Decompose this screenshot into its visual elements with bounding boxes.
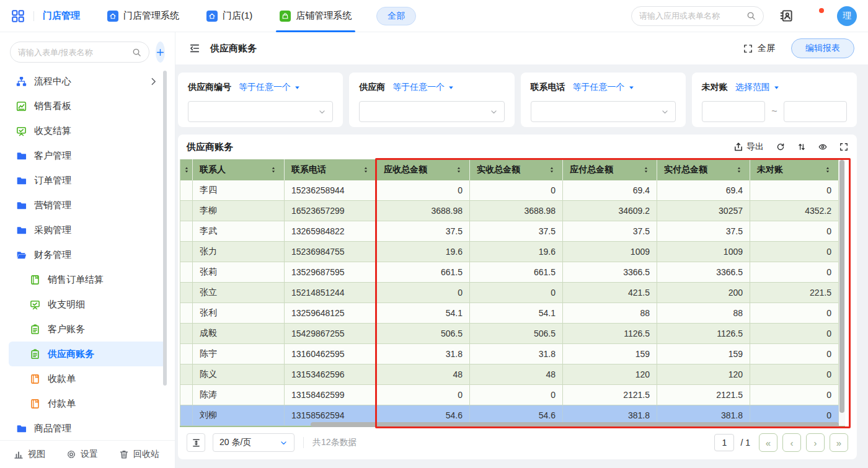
table-cell: 506.5 [470,324,563,344]
filter-operator[interactable]: 等于任意一个 [392,82,454,93]
sidebar-item-label: 收款单 [48,373,76,385]
sidebar-footer-item-1[interactable]: 设置 [66,449,98,460]
table-row-2[interactable]: 李武1326598482237.537.537.537.50 [180,221,845,242]
refresh-icon[interactable] [776,143,785,151]
table-row-10[interactable]: 陈涛13158462599002121.52121.50 [180,385,845,405]
table-cell: 0 [377,385,470,405]
filter-value-select[interactable] [531,101,676,122]
edit-report-button[interactable]: 编辑报表 [791,38,854,58]
filter-value-select[interactable] [188,101,333,122]
table-row-5[interactable]: 张立1521485124400421.5200221.5 [180,283,845,303]
table-row-4[interactable]: 张莉13529687595661.5661.53366.53366.50 [180,262,845,283]
sort-order-icon[interactable] [797,143,806,151]
workspace-label[interactable]: 门店管理 [43,10,80,22]
scrollbar-thumb[interactable] [839,160,844,413]
table-fullscreen-icon[interactable] [839,143,848,151]
sidebar-item-9[interactable]: 收支明细 [9,292,166,317]
table-cell: 1009 [657,242,750,262]
filter-card-0: 供应商编号等于任意一个 [178,73,343,127]
sidebar-item-7[interactable]: 财务管理 [9,242,166,267]
app-tab-3[interactable]: 店铺管理系统 [280,0,352,32]
current-page-input[interactable]: 1 [714,434,734,451]
user-avatar[interactable]: 理 [837,6,857,26]
table-cell: 15236258944 [285,180,377,201]
add-form-button[interactable] [156,42,165,63]
sidebar-item-13[interactable]: 付款单 [9,391,166,416]
sidebar-footer-item-0[interactable]: 视图 [14,449,45,460]
sidebar-item-5[interactable]: 营销管理 [9,193,166,218]
sidebar-item-12[interactable]: 收款单 [9,366,166,391]
table-row-9[interactable]: 陈义1315346259648481201200 [180,364,845,385]
scope-all-pill[interactable]: 全部 [376,7,416,25]
visibility-eye-icon[interactable] [818,143,827,151]
sidebar-footer-item-2[interactable]: 回收站 [119,449,159,460]
form-search[interactable] [10,42,149,63]
filter-card-2: 联系电话等于任意一个 [521,73,686,127]
app-tab-1[interactable]: 门店管理系统 [107,0,179,32]
sidebar-item-8[interactable]: 销售订单结算 [9,267,166,292]
sidebar-item-14[interactable]: 商品管理 [9,416,166,440]
form-search-input[interactable] [18,48,127,57]
range-min-input[interactable] [702,101,765,122]
sidebar-item-label: 收支结算 [34,125,71,137]
table-cell: 54.1 [470,303,563,324]
column-header[interactable]: 实付总金额 [657,159,750,180]
table-row-8[interactable]: 陈宇1316046259531.831.81591590 [180,344,845,364]
filter-operator[interactable]: 选择范围 [735,82,780,93]
table-row-0[interactable]: 李四152362589440069.469.40 [180,180,845,201]
filter-operator[interactable]: 等于任意一个 [573,82,635,93]
table-cell [180,180,193,201]
prev-page-button[interactable]: ‹ [782,433,801,452]
table-cell: 0 [750,180,839,201]
first-page-button[interactable]: « [759,433,777,452]
table-row-1[interactable]: 李柳165236572993688.983688.9834609.2302574… [180,201,845,221]
row-height-button[interactable] [187,433,205,452]
table-row-7[interactable]: 成毅15429867255506.5506.51126.51126.50 [180,324,845,344]
table-cell [180,385,193,405]
sidebar-item-0[interactable]: 流程中心 [9,69,166,94]
collapse-sidebar-icon[interactable] [189,43,200,54]
page-size-select[interactable]: 20 条/页 [213,433,294,452]
caret-down-icon [773,84,780,91]
sidebar-item-1[interactable]: 销售看板 [9,94,166,118]
filter-value-select[interactable] [359,101,504,122]
column-sort-icon [455,166,463,174]
column-header[interactable]: 联系人 [193,159,285,180]
sidebar-item-6[interactable]: 采购管理 [9,218,166,242]
global-search[interactable] [631,6,764,26]
trash-icon [119,449,129,459]
contact-book-icon[interactable] [780,9,793,22]
column-header[interactable]: 应付总金额 [563,159,657,180]
sidebar-item-10[interactable]: 客户账务 [9,317,166,342]
global-search-input[interactable] [639,11,742,20]
column-header[interactable]: 未对账 [750,159,839,180]
sidebar-item-label: 营销管理 [34,200,71,211]
column-header-stub[interactable] [180,159,193,180]
next-page-button[interactable]: › [806,433,825,452]
filter-operator[interactable]: 等于任意一个 [239,82,301,93]
sidebar-item-11[interactable]: 供应商账务 [9,342,166,366]
export-button[interactable]: 导出 [733,141,764,152]
sidebar-item-3[interactable]: 客户管理 [9,143,166,168]
sidebar-menu: 流程中心销售看板收支结算客户管理订单管理营销管理采购管理财务管理销售订单结算收支… [0,66,175,440]
table-row-3[interactable]: 张力1523698475519.619.6100910090 [180,242,845,262]
last-page-button[interactable]: » [830,433,848,452]
table-cell: 120 [657,364,750,385]
app-tab-2[interactable]: 门店(1) [206,0,252,32]
caret-down-icon [628,84,635,91]
sidebar-item-4[interactable]: 订单管理 [9,168,166,193]
column-header[interactable]: 应收总金额 [377,159,470,180]
column-header[interactable]: 实收总金额 [470,159,563,180]
table-cell: 54.1 [377,303,470,324]
fullscreen-button[interactable]: 全屏 [743,43,775,54]
table-horizontal-scrollbar[interactable] [311,422,839,427]
apps-grid-icon[interactable] [11,9,25,23]
app: 门店管理 门店管理系统门店(1)店铺管理系统 全部 理 流程中心销售看板收支结算… [0,0,868,468]
table-vertical-scrollbar[interactable] [839,159,845,426]
sidebar-item-2[interactable]: 收支结算 [9,118,166,143]
table-row-6[interactable]: 张利1325964812554.154.188880 [180,303,845,324]
sidebar-scrollbar[interactable] [163,71,167,386]
column-header[interactable]: 联系电话 [285,159,377,180]
range-max-input[interactable] [784,101,847,122]
notification-bell-icon[interactable] [809,9,822,22]
